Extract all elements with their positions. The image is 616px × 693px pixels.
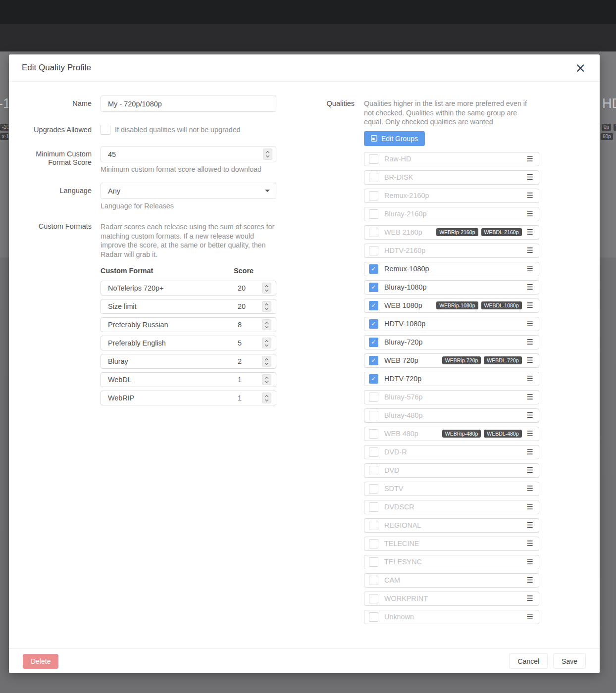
custom-format-score-value[interactable]: 5 <box>238 339 242 347</box>
custom-format-name[interactable]: Bluray <box>108 357 128 365</box>
background-text-fragment-right: HD <box>602 96 616 111</box>
quality-tags: WEBRip-720pWEBDL-720p <box>442 356 522 364</box>
quality-checkbox[interactable] <box>369 594 378 603</box>
quality-checkbox[interactable] <box>369 173 378 182</box>
quality-label: CAM <box>384 576 400 584</box>
upgrades-allowed-checkbox[interactable] <box>101 125 110 135</box>
quality-checkbox[interactable] <box>369 447 378 457</box>
close-icon[interactable]: × <box>572 58 589 77</box>
score-stepper-icon[interactable] <box>262 301 271 312</box>
drag-handle-icon[interactable]: ☰ <box>527 339 533 346</box>
cancel-button[interactable]: Cancel <box>509 653 548 669</box>
quality-label: Remux-2160p <box>384 192 429 199</box>
custom-format-name[interactable]: NoTelerips 720p+ <box>108 284 163 292</box>
drag-handle-icon[interactable]: ☰ <box>527 394 533 401</box>
quality-row: CAM ☰ <box>364 573 539 588</box>
drag-handle-icon[interactable]: ☰ <box>527 448 533 456</box>
quality-row: WEB 480p WEBRip-480pWEBDL-480p ☰ <box>364 427 539 441</box>
drag-handle-icon[interactable]: ☰ <box>527 430 533 438</box>
quality-checkbox[interactable] <box>369 154 378 164</box>
drag-handle-icon[interactable]: ☰ <box>527 210 533 218</box>
language-help: Language for Releases <box>101 201 276 210</box>
custom-format-name[interactable]: Preferably Russian <box>108 321 168 329</box>
number-stepper-icon[interactable] <box>263 148 272 160</box>
quality-checkbox[interactable] <box>369 521 378 530</box>
quality-checkbox[interactable] <box>369 502 378 512</box>
quality-row: REGIONAL ☰ <box>364 518 539 533</box>
custom-format-row: NoTelerips 720p+ 20 <box>101 281 276 296</box>
quality-row: ✓ Bluray-1080p ☰ <box>364 280 539 295</box>
custom-format-name[interactable]: Size limit <box>108 302 137 310</box>
quality-checkbox[interactable]: ✓ <box>369 264 378 274</box>
quality-checkbox[interactable]: ✓ <box>369 283 378 292</box>
quality-checkbox[interactable] <box>369 484 378 494</box>
name-input[interactable] <box>101 96 276 112</box>
score-stepper-icon[interactable] <box>262 356 271 367</box>
custom-format-score-value[interactable]: 20 <box>238 284 246 292</box>
quality-checkbox[interactable] <box>369 539 378 548</box>
drag-handle-icon[interactable]: ☰ <box>527 595 533 602</box>
score-stepper-icon[interactable] <box>262 393 271 403</box>
quality-checkbox[interactable] <box>369 191 378 200</box>
drag-handle-icon[interactable]: ☰ <box>527 229 533 236</box>
quality-checkbox[interactable] <box>369 246 378 255</box>
language-select[interactable]: Any <box>101 183 276 199</box>
drag-handle-icon[interactable]: ☰ <box>527 174 533 181</box>
quality-label: WEB 720p <box>384 356 418 364</box>
quality-checkbox[interactable] <box>369 429 378 439</box>
drag-handle-icon[interactable]: ☰ <box>527 302 533 309</box>
quality-checkbox[interactable] <box>369 228 378 237</box>
drag-handle-icon[interactable]: ☰ <box>527 192 533 199</box>
drag-handle-icon[interactable]: ☰ <box>527 540 533 547</box>
drag-handle-icon[interactable]: ☰ <box>527 265 533 273</box>
quality-checkbox[interactable]: ✓ <box>369 356 378 365</box>
quality-checkbox[interactable] <box>369 466 378 475</box>
drag-handle-icon[interactable]: ☰ <box>527 284 533 291</box>
delete-button[interactable]: Delete <box>23 654 58 669</box>
quality-checkbox[interactable] <box>369 411 378 420</box>
quality-checkbox[interactable] <box>369 557 378 567</box>
quality-checkbox[interactable] <box>369 612 378 622</box>
drag-handle-icon[interactable]: ☰ <box>527 503 533 511</box>
qualities-description: Qualities higher in the list are more pr… <box>364 99 536 127</box>
edit-groups-button[interactable]: Edit Groups <box>364 131 425 146</box>
quality-checkbox[interactable]: ✓ <box>369 301 378 310</box>
score-stepper-icon[interactable] <box>262 374 271 385</box>
drag-handle-icon[interactable]: ☰ <box>527 485 533 493</box>
custom-format-score-value[interactable]: 2 <box>238 357 242 365</box>
quality-row: Unknown ☰ <box>364 610 539 624</box>
quality-checkbox[interactable] <box>369 209 378 219</box>
drag-handle-icon[interactable]: ☰ <box>527 577 533 584</box>
custom-format-score-value[interactable]: 8 <box>238 321 242 329</box>
custom-format-score-value[interactable]: 1 <box>238 394 242 402</box>
drag-handle-icon[interactable]: ☰ <box>527 412 533 419</box>
drag-handle-icon[interactable]: ☰ <box>527 320 533 328</box>
score-stepper-icon[interactable] <box>262 319 271 330</box>
chevron-down-icon <box>265 190 270 192</box>
quality-checkbox[interactable]: ✓ <box>369 319 378 329</box>
custom-format-score-value[interactable]: 20 <box>238 302 246 310</box>
drag-handle-icon[interactable]: ☰ <box>527 613 533 621</box>
drag-handle-icon[interactable]: ☰ <box>527 375 533 383</box>
quality-row: TELECINE ☰ <box>364 537 539 551</box>
quality-tag: WEBRip-480p <box>442 430 481 438</box>
score-stepper-icon[interactable] <box>262 338 271 348</box>
score-stepper-icon[interactable] <box>262 283 271 294</box>
custom-format-name[interactable]: WebRIP <box>108 394 134 402</box>
minimum-custom-format-score-input[interactable] <box>101 146 276 162</box>
quality-checkbox[interactable] <box>369 393 378 402</box>
drag-handle-icon[interactable]: ☰ <box>527 155 533 163</box>
quality-checkbox[interactable]: ✓ <box>369 374 378 384</box>
quality-checkbox[interactable]: ✓ <box>369 338 378 347</box>
drag-handle-icon[interactable]: ☰ <box>527 247 533 254</box>
custom-format-name[interactable]: WebDL <box>108 376 132 384</box>
save-button[interactable]: Save <box>553 653 586 669</box>
custom-format-name[interactable]: Preferably English <box>108 339 166 347</box>
quality-tag: WEBDL-480p <box>484 430 521 438</box>
quality-checkbox[interactable] <box>369 576 378 585</box>
drag-handle-icon[interactable]: ☰ <box>527 357 533 364</box>
custom-format-score-value[interactable]: 1 <box>238 376 242 384</box>
drag-handle-icon[interactable]: ☰ <box>527 467 533 474</box>
drag-handle-icon[interactable]: ☰ <box>527 522 533 529</box>
drag-handle-icon[interactable]: ☰ <box>527 558 533 566</box>
